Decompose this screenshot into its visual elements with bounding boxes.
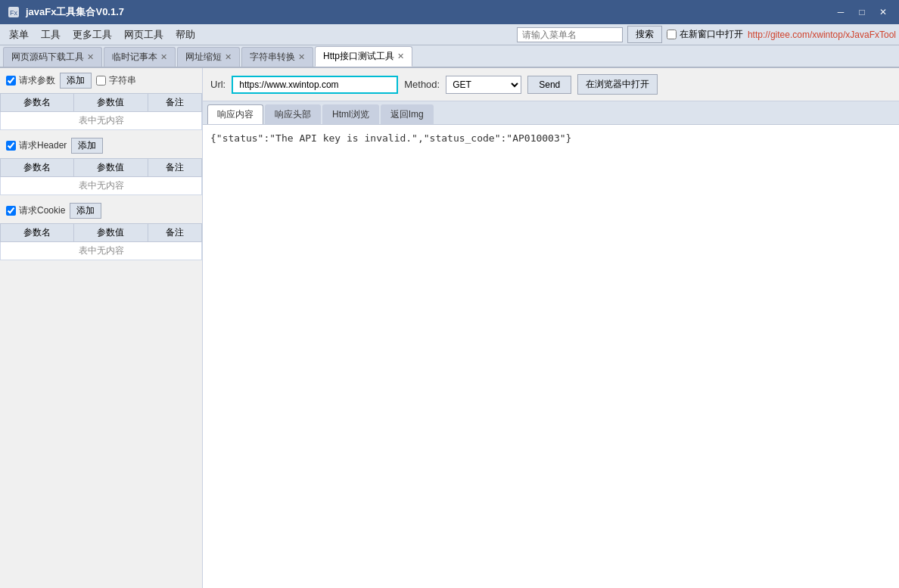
header-col-name: 参数名 bbox=[1, 159, 74, 177]
response-content: {"status":"The API key is invalid.","sta… bbox=[203, 125, 899, 588]
request-header-check-label[interactable]: 请求Header bbox=[6, 139, 67, 152]
request-params-label: 请求参数 bbox=[19, 74, 55, 87]
resp-tab-header[interactable]: 响应头部 bbox=[265, 104, 321, 124]
menu-search-area: 搜索 在新窗口中打开 http://gitee.com/xwintop/xJav… bbox=[517, 26, 896, 43]
browser-button[interactable]: 在浏览器中打开 bbox=[577, 74, 658, 95]
tab-3-label: 字符串转换 bbox=[250, 51, 295, 64]
tab-2-label: 网址缩短 bbox=[185, 51, 222, 64]
request-cookie-check-label[interactable]: 请求Cookie bbox=[6, 204, 65, 217]
params-col-remark: 备注 bbox=[148, 94, 201, 112]
cookie-col-value: 参数值 bbox=[74, 224, 148, 242]
resp-tab-img[interactable]: 返回Img bbox=[381, 104, 434, 124]
tab-4-close[interactable]: ✕ bbox=[397, 51, 404, 61]
tab-bar: 网页源码下载工具 ✕ 临时记事本 ✕ 网址缩短 ✕ 字符串转换 ✕ Http接口… bbox=[0, 45, 899, 68]
request-params-table: 参数名 参数值 备注 表中无内容 bbox=[0, 93, 202, 130]
close-button[interactable]: ✕ bbox=[873, 5, 893, 20]
tab-0-close[interactable]: ✕ bbox=[87, 52, 94, 62]
url-label: Url: bbox=[210, 79, 226, 90]
new-window-area: 在新窗口中打开 bbox=[667, 28, 743, 41]
tab-2[interactable]: 网址缩短 ✕ bbox=[177, 47, 240, 67]
tab-0-label: 网页源码下载工具 bbox=[11, 51, 84, 64]
request-params-header: 请求参数 添加 字符串 bbox=[0, 68, 202, 93]
request-header-empty: 表中无内容 bbox=[1, 177, 202, 195]
header-col-remark: 备注 bbox=[148, 159, 201, 177]
resp-tab-content[interactable]: 响应内容 bbox=[207, 104, 263, 124]
request-cookie-table: 参数名 参数值 备注 表中无内容 bbox=[0, 223, 202, 260]
app-icon: Fx bbox=[6, 5, 21, 20]
minimize-button[interactable]: ─ bbox=[831, 5, 851, 20]
request-header-header: 请求Header 添加 bbox=[0, 133, 202, 158]
main-content: 请求参数 添加 字符串 参数名 参数值 备注 bbox=[0, 68, 899, 588]
resp-tab-html[interactable]: Html浏览 bbox=[322, 104, 379, 124]
header-col-value: 参数值 bbox=[74, 159, 148, 177]
right-panel: Url: Method: GET POST PUT DELETE PATCH H… bbox=[203, 68, 899, 588]
request-header-checkbox[interactable] bbox=[6, 141, 16, 151]
menu-item-file[interactable]: 菜单 bbox=[3, 26, 35, 44]
left-panel: 请求参数 添加 字符串 参数名 参数值 备注 bbox=[0, 68, 203, 588]
send-button[interactable]: Send bbox=[527, 76, 571, 94]
new-window-checkbox[interactable] bbox=[667, 30, 677, 39]
menu-item-tools[interactable]: 工具 bbox=[35, 26, 67, 44]
request-cookie-checkbox[interactable] bbox=[6, 206, 16, 216]
menu-item-web-tools[interactable]: 网页工具 bbox=[118, 26, 170, 44]
request-params-empty: 表中无内容 bbox=[1, 112, 202, 130]
cookie-col-name: 参数名 bbox=[1, 224, 74, 242]
title-bar: Fx javaFx工具集合V0.1.7 ─ □ ✕ bbox=[0, 0, 899, 24]
menu-item-help[interactable]: 帮助 bbox=[170, 26, 201, 44]
menu-item-more-tools[interactable]: 更多工具 bbox=[67, 26, 118, 44]
new-window-label: 在新窗口中打开 bbox=[680, 28, 743, 41]
method-label: Method: bbox=[404, 79, 440, 90]
request-params-check-label[interactable]: 请求参数 bbox=[6, 74, 55, 87]
request-cookie-empty: 表中无内容 bbox=[1, 242, 202, 260]
tab-3[interactable]: 字符串转换 ✕ bbox=[241, 47, 313, 67]
tab-1-close[interactable]: ✕ bbox=[160, 52, 167, 62]
tab-4[interactable]: Http接口测试工具 ✕ bbox=[315, 46, 412, 67]
request-cookie-label: 请求Cookie bbox=[19, 204, 65, 217]
tab-1-label: 临时记事本 bbox=[112, 51, 157, 64]
svg-text:Fx: Fx bbox=[10, 9, 17, 17]
tab-3-close[interactable]: ✕ bbox=[298, 52, 305, 62]
tab-2-close[interactable]: ✕ bbox=[225, 52, 232, 62]
method-select[interactable]: GET POST PUT DELETE PATCH HEAD OPTIONS bbox=[446, 76, 521, 94]
cookie-col-remark: 备注 bbox=[148, 224, 201, 242]
menu-bar: 菜单 工具 更多工具 网页工具 帮助 搜索 在新窗口中打开 http://git… bbox=[0, 24, 899, 45]
request-params-section: 请求参数 添加 字符串 参数名 参数值 备注 bbox=[0, 68, 202, 130]
request-cookie-section: 请求Cookie 添加 参数名 参数值 备注 表中无内容 bbox=[0, 198, 202, 260]
tab-4-label: Http接口测试工具 bbox=[323, 50, 394, 63]
request-header-add-btn[interactable]: 添加 bbox=[71, 138, 103, 154]
request-header-table: 参数名 参数值 备注 表中无内容 bbox=[0, 158, 202, 195]
request-params-add-btn[interactable]: 添加 bbox=[60, 73, 92, 89]
gitee-link[interactable]: http://gitee.com/xwintop/xJavaFxTool bbox=[748, 30, 896, 40]
response-tabs: 响应内容 响应头部 Html浏览 返回Img bbox=[203, 101, 899, 125]
request-cookie-add-btn[interactable]: 添加 bbox=[70, 203, 101, 219]
search-button[interactable]: 搜索 bbox=[627, 26, 662, 43]
url-input[interactable] bbox=[232, 76, 398, 94]
url-bar: Url: Method: GET POST PUT DELETE PATCH H… bbox=[203, 68, 899, 101]
params-col-value: 参数值 bbox=[74, 94, 148, 112]
window-controls: ─ □ ✕ bbox=[831, 5, 893, 20]
tab-1[interactable]: 临时记事本 ✕ bbox=[104, 47, 176, 67]
request-header-label: 请求Header bbox=[19, 139, 67, 152]
request-params-string-label: 字符串 bbox=[96, 74, 136, 87]
request-header-section: 请求Header 添加 参数名 参数值 备注 表中无内容 bbox=[0, 133, 202, 195]
maximize-button[interactable]: □ bbox=[852, 5, 872, 20]
request-cookie-header: 请求Cookie 添加 bbox=[0, 198, 202, 223]
params-col-name: 参数名 bbox=[1, 94, 74, 112]
request-params-string-text: 字符串 bbox=[109, 74, 136, 87]
tab-0[interactable]: 网页源码下载工具 ✕ bbox=[3, 47, 102, 67]
app-title: javaFx工具集合V0.1.7 bbox=[26, 5, 831, 19]
search-input[interactable] bbox=[517, 27, 623, 42]
request-params-checkbox[interactable] bbox=[6, 76, 16, 86]
request-params-string-checkbox[interactable] bbox=[96, 76, 106, 86]
